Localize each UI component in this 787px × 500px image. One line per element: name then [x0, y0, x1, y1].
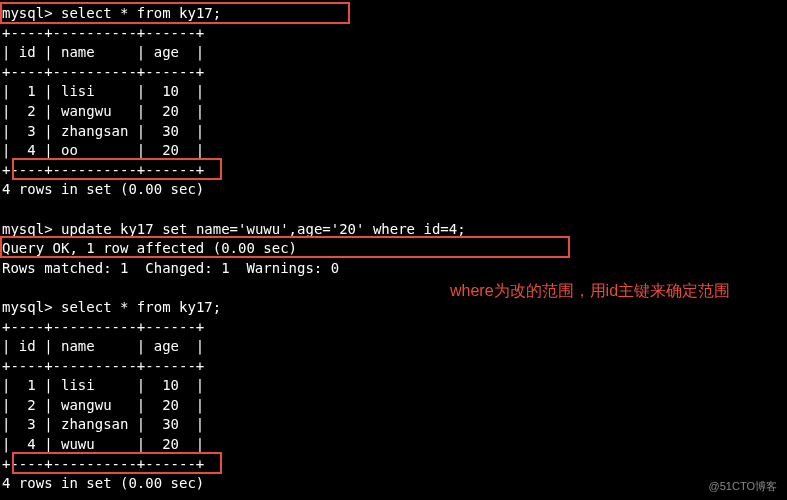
table-header: | id | name | age |	[2, 44, 204, 60]
table-border: +----+----------+------+	[2, 358, 204, 374]
query-ok: Query OK, 1 row affected (0.00 sec)	[2, 240, 297, 256]
prompt-line: mysql> select * from ky17;	[2, 5, 221, 21]
prompt-line: mysql> update ky17 set name='wuwu',age='…	[2, 221, 466, 237]
rows-affected: 4 rows in set (0.00 sec)	[2, 475, 204, 491]
sql-select: select * from ky17;	[61, 299, 221, 315]
table-row: | 4 | wuwu | 20 |	[2, 436, 204, 452]
rows-matched: Rows matched: 1 Changed: 1 Warnings: 0	[2, 260, 339, 276]
prompt-line: mysql> select * from ky17;	[2, 299, 221, 315]
mysql-prompt: mysql>	[2, 299, 53, 315]
table-row: | 3 | zhangsan | 30 |	[2, 416, 204, 432]
annotation-text: where为改的范围，用id主键来确定范围	[450, 280, 730, 302]
table-row: | 4 | oo | 20 |	[2, 142, 204, 158]
rows-affected: 4 rows in set (0.00 sec)	[2, 181, 204, 197]
table-row: | 1 | lisi | 10 |	[2, 377, 204, 393]
table-row: | 3 | zhangsan | 30 |	[2, 123, 204, 139]
table-border: +----+----------+------+	[2, 64, 204, 80]
terminal-output: mysql> select * from ky17; +----+-------…	[2, 4, 785, 494]
table-header: | id | name | age |	[2, 338, 204, 354]
table-border: +----+----------+------+	[2, 162, 204, 178]
table-row: | 2 | wangwu | 20 |	[2, 103, 204, 119]
watermark: @51CTO博客	[709, 479, 777, 494]
table-border: +----+----------+------+	[2, 25, 204, 41]
sql-update: update ky17 set name='wuwu',age='20' whe…	[61, 221, 466, 237]
table-row: | 2 | wangwu | 20 |	[2, 397, 204, 413]
table-border: +----+----------+------+	[2, 456, 204, 472]
mysql-prompt: mysql>	[2, 221, 53, 237]
mysql-prompt: mysql>	[2, 5, 53, 21]
sql-select: select * from ky17;	[61, 5, 221, 21]
table-border: +----+----------+------+	[2, 319, 204, 335]
table-row: | 1 | lisi | 10 |	[2, 83, 204, 99]
